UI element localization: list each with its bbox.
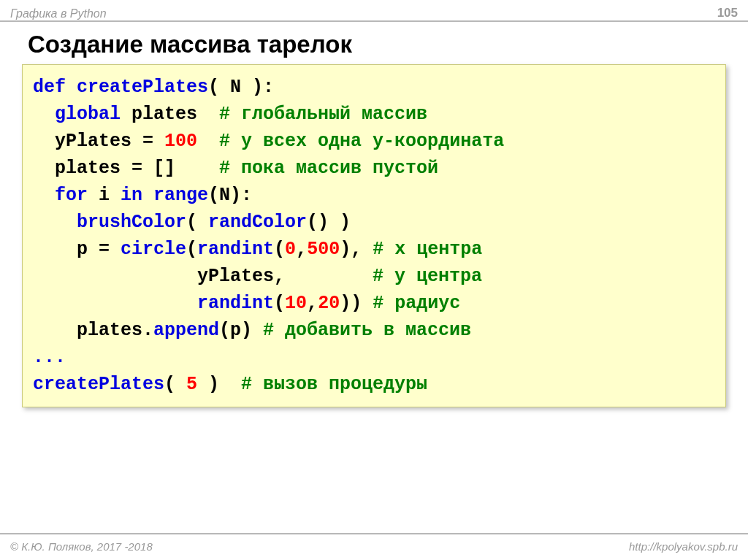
code-comment: # радиус — [373, 293, 460, 314]
code-number: 0 — [285, 239, 296, 260]
code-keyword: for — [55, 185, 88, 206]
code-text: ( — [186, 212, 208, 233]
code-ellipsis: ... — [33, 347, 66, 368]
code-text: () ) — [307, 212, 351, 233]
copyright-text: © К.Ю. Поляков, 2017 -2018 — [10, 540, 153, 553]
header-bar: Графика в Python 105 — [0, 0, 748, 22]
code-text: ( — [186, 239, 197, 260]
code-text: ( — [274, 239, 285, 260]
code-text — [142, 185, 153, 206]
code-number: 500 — [307, 239, 340, 260]
code-text — [77, 293, 197, 314]
code-number: 100 — [164, 131, 197, 152]
code-text: plates. — [77, 320, 153, 341]
code-keyword: in — [121, 185, 142, 206]
code-func: randint — [197, 239, 274, 260]
code-text: ( — [164, 374, 186, 395]
code-text: plates — [121, 104, 219, 125]
code-func: createPlates — [33, 374, 164, 395]
code-text: ), — [340, 239, 373, 260]
code-text: yPlates = — [55, 131, 164, 152]
code-text: )) — [340, 293, 373, 314]
code-text: (N): — [208, 185, 252, 206]
code-comment: # добавить в массив — [263, 320, 471, 341]
footer-bar: © К.Ю. Поляков, 2017 -2018 http://kpolya… — [0, 533, 748, 560]
code-text: , — [307, 293, 318, 314]
breadcrumb: Графика в Python — [10, 7, 107, 20]
code-text: ) — [197, 374, 241, 395]
code-comment: # x центра — [373, 239, 482, 260]
code-func: brushColor — [77, 212, 186, 233]
slide: Графика в Python 105 Создание массива та… — [0, 0, 748, 560]
code-func: createPlates — [77, 77, 208, 98]
code-text: p = — [77, 239, 121, 260]
code-number: 20 — [318, 293, 340, 314]
code-text: plates = [] — [55, 158, 219, 179]
code-keyword: global — [55, 104, 121, 125]
code-comment: # вызов процедуры — [241, 374, 427, 395]
code-func: randColor — [208, 212, 307, 233]
code-block: def createPlates( N ): global plates # г… — [22, 64, 726, 407]
code-number: 10 — [285, 293, 307, 314]
code-comment: # пока массив пустой — [219, 158, 438, 179]
code-func: range — [153, 185, 208, 206]
code-comment: # у всех одна y-координата — [219, 131, 504, 152]
code-text: yPlates, — [77, 266, 373, 287]
code-keyword: def — [33, 77, 66, 98]
code-text: ( — [274, 293, 285, 314]
code-comment: # глобальный массив — [219, 104, 427, 125]
code-func: randint — [197, 293, 274, 314]
code-func: circle — [121, 239, 186, 260]
source-link[interactable]: http://kpolyakov.spb.ru — [629, 540, 738, 553]
code-text: (p) — [219, 320, 263, 341]
page-number: 105 — [717, 6, 738, 20]
code-number: 5 — [186, 374, 197, 395]
code-text: i — [88, 185, 121, 206]
page-title: Создание массива тарелок — [0, 22, 748, 64]
code-func: append — [153, 320, 219, 341]
code-text: ( N ): — [208, 77, 274, 98]
code-text: , — [296, 239, 307, 260]
code-comment: # y центра — [373, 266, 482, 287]
code-text — [197, 131, 219, 152]
